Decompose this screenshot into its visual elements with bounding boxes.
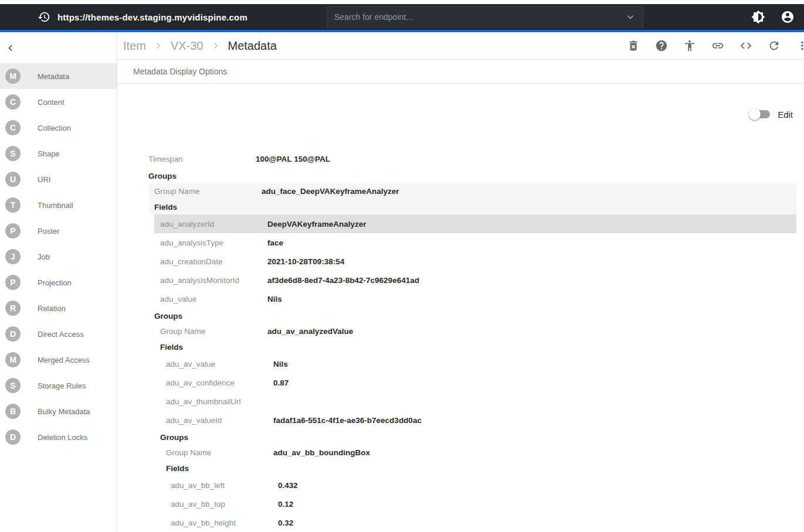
metadata-heading-row: Groups — [117, 429, 804, 445]
metadata-row[interactable]: adu_analysisType face — [117, 233, 804, 252]
sidebar-item-relation[interactable]: R Relation — [0, 295, 117, 321]
code-icon[interactable] — [739, 39, 752, 52]
sidebar-item-poster[interactable]: P Poster — [0, 218, 117, 244]
sidebar-item-avatar: T — [5, 197, 21, 213]
history-icon[interactable] — [38, 11, 50, 23]
metadata-row[interactable]: adu_av_thumbnailUrl — [117, 392, 804, 411]
metadata-row[interactable]: adu_av_bb_height 0.32 — [117, 513, 804, 532]
menu-icon[interactable] — [8, 12, 23, 23]
metadata-row[interactable]: Group Name adu_face_DeepVAKeyframeAnalyz… — [150, 183, 796, 199]
kebab-menu-icon[interactable] — [796, 39, 804, 52]
sidebar-collapse-icon[interactable] — [4, 41, 18, 55]
chevron-down-icon[interactable] — [625, 12, 636, 22]
sidebar: M Metadata C Content C Collection S Shap… — [0, 32, 117, 532]
sidebar-item-merged-access[interactable]: M Merged Access — [0, 347, 117, 373]
metadata-row[interactable]: adu_av_bb_top 0.12 — [117, 495, 804, 513]
sidebar-item-label: Deletion Locks — [38, 433, 87, 442]
sidebar-item-avatar: R — [5, 301, 21, 316]
metadata-heading-row: Groups — [117, 168, 804, 183]
sidebar-item-direct-access[interactable]: D Direct Access — [0, 321, 117, 347]
metadata-field-label: adu_analysisType — [160, 238, 267, 247]
sidebar-item-label: Job — [38, 253, 50, 261]
breadcrumb-item[interactable]: Item — [123, 39, 146, 53]
metadata-field-value: 0.12 — [278, 500, 293, 509]
metadata-row[interactable]: Group Name adu_av_analyzedValue — [117, 323, 804, 339]
sidebar-item-shape[interactable]: S Shape — [0, 141, 117, 166]
section-title[interactable]: Metadata Display Options — [133, 67, 227, 76]
metadata-heading-row: Fields — [117, 339, 804, 354]
accessibility-icon[interactable] — [683, 39, 696, 52]
metadata-heading: Groups — [148, 172, 177, 180]
sidebar-item-uri[interactable]: U URI — [0, 166, 117, 192]
metadata-heading: Fields — [154, 203, 177, 212]
sidebar-item-avatar: P — [5, 275, 21, 290]
sidebar-item-label: Thumbnail — [38, 201, 73, 210]
browser-topbar: https://themes-dev.staging.myvidispine.c… — [0, 4, 804, 30]
chevron-right-icon — [211, 40, 221, 51]
metadata-field-value: 0.87 — [273, 378, 289, 387]
sidebar-item-avatar: C — [5, 120, 21, 135]
link-icon[interactable] — [711, 39, 724, 52]
sidebar-item-projection[interactable]: P Projection — [0, 270, 117, 295]
metadata-heading-row: Fields — [117, 461, 804, 476]
metadata-row[interactable]: adu_value Nils — [117, 289, 804, 308]
metadata-row[interactable]: adu_creationDate 2021-10-28T09:38:54 — [117, 252, 804, 271]
metadata-field-label: adu_analysisMonitorId — [160, 276, 267, 285]
breadcrumb-item[interactable]: VX-30 — [171, 39, 203, 53]
account-icon[interactable] — [781, 10, 795, 24]
delete-forever-icon[interactable] — [627, 39, 640, 52]
theme-brightness-icon[interactable] — [751, 10, 765, 24]
metadata-field-label: adu_av_bb_left — [171, 481, 278, 490]
metadata-row[interactable]: adu_analysisMonitorId af3de6d8-8ed7-4a23… — [117, 271, 804, 289]
sidebar-item-thumbnail[interactable]: T Thumbnail — [0, 192, 117, 218]
metadata-row[interactable]: adu_av_bb_left 0.432 — [117, 476, 804, 495]
metadata-field-value: adu_face_DeepVAKeyframeAnalyzer — [262, 187, 399, 196]
sidebar-item-avatar: S — [5, 378, 21, 393]
sidebar-item-metadata[interactable]: M Metadata — [0, 63, 117, 89]
metadata-row[interactable]: adu_av_confidence 0.87 — [117, 373, 804, 392]
edit-toggle[interactable] — [749, 108, 770, 120]
metadata-tree: Timespan 100@PAL 150@PAL Groups Group Na… — [117, 149, 804, 532]
metadata-row[interactable]: Timespan 100@PAL 150@PAL — [117, 149, 804, 168]
metadata-row[interactable]: adu_av_value Nils — [117, 354, 804, 373]
sidebar-item-bulky-metadata[interactable]: B Bulky Metadata — [0, 398, 117, 424]
sidebar-item-label: Collection — [38, 124, 71, 132]
endpoint-search-input[interactable]: Search for endpoint... — [327, 6, 643, 28]
metadata-field-label: adu_value — [160, 295, 267, 303]
topbar-right-actions — [751, 10, 804, 24]
app-screen: https://themes-dev.staging.myvidispine.c… — [0, 0, 804, 532]
sidebar-item-storage-rules[interactable]: S Storage Rules — [0, 373, 117, 398]
metadata-row[interactable]: adu_analyzerId DeepVAKeyframeAnalyzer — [154, 214, 796, 233]
sidebar-item-job[interactable]: J Job — [0, 244, 117, 270]
sidebar-item-label: Projection — [38, 278, 72, 287]
metadata-field-label: adu_av_value — [166, 360, 273, 369]
sidebar-item-avatar: U — [5, 172, 21, 187]
sidebar-item-label: Poster — [38, 227, 60, 236]
metadata-content: Edit Timespan 100@PAL 150@PAL Groups Gro… — [117, 84, 804, 532]
metadata-field-label: adu_av_bb_top — [171, 500, 278, 509]
metadata-field-label: Group Name — [166, 448, 273, 457]
metadata-field-label: adu_av_valueId — [166, 416, 273, 425]
sidebar-item-avatar: M — [5, 352, 21, 367]
main-panel: Item VX-30 Metadata — [117, 32, 804, 532]
sidebar-item-deletion-locks[interactable]: D Deletion Locks — [0, 424, 117, 450]
breadcrumb: Item VX-30 Metadata — [117, 32, 804, 60]
metadata-heading: Fields — [166, 464, 189, 473]
help-icon[interactable] — [655, 39, 668, 52]
metadata-field-label: Group Name — [160, 327, 267, 336]
sidebar-item-label: Content — [38, 98, 65, 107]
sidebar-nav: M Metadata C Content C Collection S Shap… — [0, 63, 117, 450]
metadata-heading-row: Groups — [117, 308, 804, 323]
refresh-icon[interactable] — [768, 39, 781, 52]
sidebar-item-label: Relation — [38, 304, 66, 313]
sidebar-item-label: Direct Access — [38, 330, 84, 339]
metadata-field-value: Nils — [273, 360, 288, 369]
sidebar-item-avatar: M — [5, 69, 21, 84]
metadata-row[interactable]: adu_av_valueId fadaf1a6-551c-4f1e-ae36-b… — [117, 411, 804, 429]
metadata-field-value: adu_av_analyzedValue — [267, 327, 353, 336]
metadata-field-label: Timespan — [148, 155, 256, 163]
metadata-field-label: adu_av_thumbnailUrl — [166, 397, 273, 406]
sidebar-item-collection[interactable]: C Collection — [0, 115, 117, 141]
sidebar-item-content[interactable]: C Content — [0, 89, 117, 115]
metadata-row[interactable]: Group Name adu_av_bb_boundingBox — [117, 445, 804, 461]
